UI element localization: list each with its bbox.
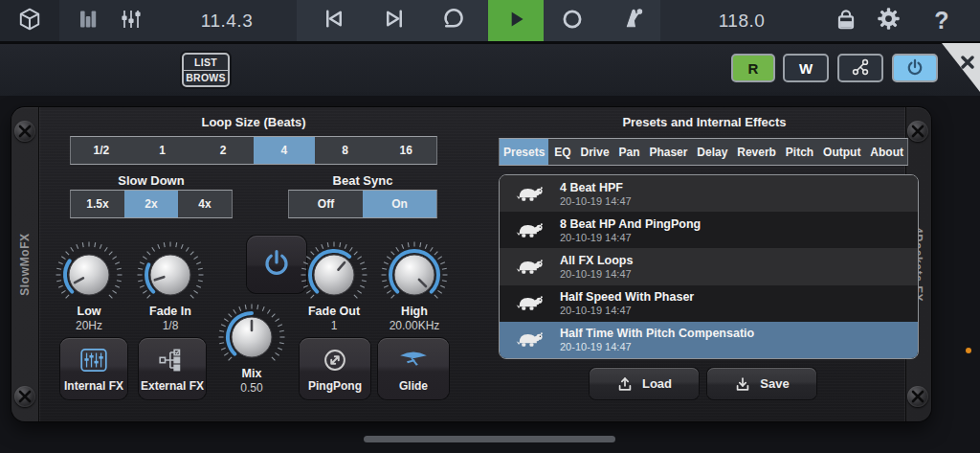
internal-fx-button[interactable]: Internal FX <box>60 338 127 399</box>
knob-dial <box>53 238 125 311</box>
panel-body: Loop Size (Beats) 1/2124816 Slow Down 1.… <box>38 107 906 421</box>
beat-sync-segmented-option[interactable]: On <box>363 191 436 217</box>
preset-date: 20-10-19 14:47 <box>560 341 754 352</box>
knob-dial <box>378 238 451 311</box>
preset-name: Half Time With Pitch Compensatio <box>560 327 754 340</box>
preset-name: All FX Loops <box>560 254 633 267</box>
browser-bar: LIST BROWS R W <box>0 44 980 96</box>
loop-size-segmented-option[interactable]: 16 <box>375 137 436 164</box>
cycle-button[interactable] <box>433 0 475 41</box>
effects-tab-bar-option[interactable]: Delay <box>693 139 731 165</box>
effects-tab-bar-option[interactable]: Pitch <box>782 139 817 165</box>
mix-knob[interactable]: Mix0.50 <box>212 301 292 395</box>
glide-label: Glide <box>399 379 428 393</box>
low-knob[interactable]: Low20Hz <box>49 238 129 332</box>
cube-icon <box>17 7 42 35</box>
settings-button[interactable] <box>867 0 909 41</box>
knob-dial <box>134 238 207 311</box>
automation-read-button[interactable]: R <box>731 54 775 82</box>
metronome-button[interactable] <box>611 0 653 41</box>
position-display[interactable]: 11.4.3 <box>163 0 291 41</box>
turtle-icon <box>515 256 545 278</box>
close-panel-button[interactable] <box>942 43 980 92</box>
loop-size-segmented-option[interactable]: 8 <box>315 137 376 164</box>
preset-meta: Half Time With Pitch Compensatio20-10-19… <box>560 327 754 352</box>
help-button[interactable]: ? <box>921 0 963 41</box>
keys-view-button[interactable] <box>67 0 109 41</box>
load-label: Load <box>642 376 672 391</box>
piano-icon <box>77 8 100 34</box>
turtle-icon <box>515 328 545 351</box>
effects-tab-bar-option[interactable]: Drive <box>577 139 613 165</box>
preset-name: Half Speed With Phaser <box>560 290 694 304</box>
preset-name: 4 Beat HPF <box>560 181 632 194</box>
effects-tab-bar-option[interactable]: EQ <box>550 139 574 165</box>
preset-row[interactable]: All FX Loops20-10-19 14:47 <box>500 248 918 284</box>
power-icon <box>905 57 924 79</box>
metronome-icon <box>619 6 645 35</box>
app-screen: 11.4.3 118.0 <box>0 0 980 453</box>
media-cube-button[interactable] <box>9 0 51 41</box>
effects-tab-bar-option[interactable]: Reverb <box>733 139 780 165</box>
preset-row[interactable]: 8 Beat HP And PingPong20-10-19 14:47 <box>500 212 918 248</box>
play-button[interactable] <box>488 0 544 41</box>
panel-left-rail: SlowMoFX <box>11 107 38 421</box>
effects-tab-bar: PresetsEQDrivePanPhaserDelayReverbPitchO… <box>499 138 908 166</box>
power-icon <box>261 247 292 282</box>
loop-size-segmented-option[interactable]: 1 <box>132 137 193 164</box>
glide-button[interactable]: Glide <box>378 338 449 399</box>
fade-out-knob[interactable]: Fade Out1 <box>294 238 374 332</box>
skip-back-icon <box>321 6 346 35</box>
screw-icon <box>14 386 35 407</box>
fade-in-knob[interactable]: Fade In1/8 <box>130 238 211 332</box>
high-knob[interactable]: High20.00KHz <box>374 238 455 332</box>
preset-row[interactable]: 4 Beat HPF20-10-19 14:47 <box>500 175 918 212</box>
preset-meta: 4 Beat HPF20-10-19 14:47 <box>560 181 632 207</box>
slow-down-segmented-option[interactable]: 4x <box>178 191 232 217</box>
home-indicator[interactable] <box>364 436 615 442</box>
knob-label: Fade In <box>149 305 191 318</box>
list-browser-toggle[interactable]: LIST BROWS <box>182 53 230 87</box>
preset-row[interactable]: Half Time With Pitch Compensatio20-10-19… <box>500 322 918 358</box>
loop-size-segmented-option[interactable]: 2 <box>192 137 254 164</box>
loop-size-segmented-option[interactable]: 4 <box>254 137 315 164</box>
screw-icon <box>907 386 928 407</box>
automation-write-button[interactable]: W <box>783 54 829 82</box>
record-button[interactable] <box>551 0 593 41</box>
slow-down-segmented-option[interactable]: 2x <box>124 191 178 217</box>
loop-size-segmented-option[interactable]: 1/2 <box>71 137 132 164</box>
save-button[interactable]: Save <box>707 368 816 399</box>
preset-row[interactable]: Half Speed With Phaser20-10-19 14:47 <box>500 285 918 322</box>
internal-fx-label: Internal FX <box>64 379 123 393</box>
plugin-power-button[interactable] <box>892 54 938 82</box>
knob-dial <box>298 238 370 311</box>
skip-forward-button[interactable] <box>373 0 415 41</box>
pingpong-button[interactable]: PingPong <box>300 338 370 399</box>
effects-tab-bar-option[interactable]: Output <box>819 139 864 165</box>
download-icon <box>734 375 751 393</box>
upload-icon <box>616 375 634 393</box>
loop-size-segmented: 1/2124816 <box>70 136 437 165</box>
beat-sync-segmented: OffOn <box>288 190 437 218</box>
slow-down-segmented-option[interactable]: 1.5x <box>71 191 124 217</box>
glide-icon <box>398 347 429 372</box>
play-icon <box>503 7 528 35</box>
preset-meta: Half Speed With Phaser20-10-19 14:47 <box>560 290 694 316</box>
slow-down-segmented: 1.5x2x4x <box>70 190 233 218</box>
slowmofx-panel: SlowMoFX 4Pockets FX Loop Size (Beats) 1… <box>11 107 931 421</box>
effects-tab-bar-option[interactable]: Phaser <box>645 139 691 165</box>
beat-sync-segmented-option[interactable]: Off <box>289 191 363 217</box>
shop-button[interactable] <box>825 0 867 41</box>
routing-button[interactable] <box>837 54 883 82</box>
help-icon: ? <box>934 7 948 34</box>
effects-tab-bar-option[interactable]: Presets <box>500 139 548 165</box>
load-button[interactable]: Load <box>590 368 699 399</box>
effects-tab-bar-option[interactable]: About <box>866 139 907 165</box>
knob-label: Fade Out <box>308 305 360 318</box>
mixer-view-button[interactable] <box>110 0 152 41</box>
list-label: LIST <box>184 55 228 71</box>
external-fx-button[interactable]: External FX <box>139 338 206 399</box>
tempo-display[interactable]: 118.0 <box>694 0 790 41</box>
effects-tab-bar-option[interactable]: Pan <box>614 139 643 165</box>
skip-back-button[interactable] <box>312 0 354 41</box>
